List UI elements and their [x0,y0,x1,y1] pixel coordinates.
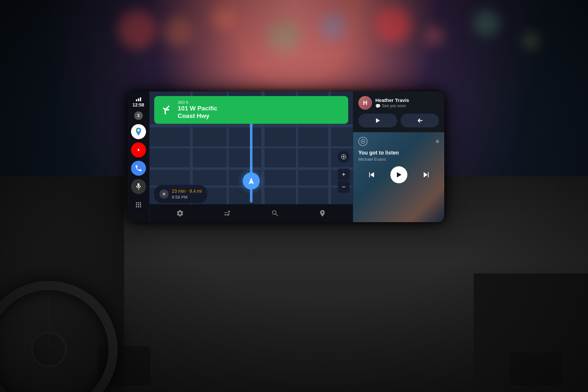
music-panel: You got to listen Michael Evans [353,132,444,222]
navigation-card: 350 ft 101 W Pacific Coast Hwy [154,96,348,124]
svg-point-3 [140,202,141,204]
recenter-button[interactable] [338,151,350,163]
turn-arrow-icon [159,103,174,117]
map-zoom-controls: + − [338,169,350,193]
route-options-button[interactable] [221,207,234,220]
main-screen: 12:58 3 [127,91,444,222]
contact-avatar: H [358,96,372,110]
signal-bar-2 [138,98,139,101]
svg-rect-0 [138,183,139,187]
trip-summary: ✕ 23 min · 9.4 mi 6:58 PM [154,185,207,203]
music-content: You got to listen Michael Evans [358,137,439,183]
svg-point-9 [140,206,141,207]
message-app-badge: 💬 See you soon [375,104,406,108]
current-position-arrow [243,172,260,189]
bokeh-2 [163,16,193,46]
bokeh-9 [523,33,539,49]
settings-icon [176,209,184,217]
reply-button[interactable] [358,114,397,127]
skip-next-icon [422,171,431,179]
music-top-bar [358,137,439,146]
trip-details: 23 min · 9.4 mi 6:58 PM [172,188,202,200]
contact-name: Heather Travis [375,97,439,103]
svg-point-6 [140,204,141,205]
steering-wheel-area [0,176,124,392]
svg-point-4 [136,204,137,205]
location-target-icon [340,154,347,160]
bokeh-5 [320,13,346,39]
time-display: 12:58 [133,102,144,107]
play-icon [374,117,381,124]
vinyl-icon [360,139,366,144]
music-app-icon [358,137,368,146]
navigation-info: 350 ft 101 W Pacific Coast Hwy [178,100,343,120]
play-pause-button[interactable] [390,166,407,183]
music-status-dot [436,140,439,143]
sidebar-item-mic[interactable] [131,179,146,194]
svg-point-5 [138,204,139,205]
sidebar-item-maps[interactable] [131,124,146,139]
artist-name: Michael Evans [358,157,439,162]
svg-marker-12 [376,118,380,123]
nav-street: 101 W Pacific Coast Hwy [178,105,343,120]
navigation-arrow-icon [247,176,256,186]
dismiss-button[interactable] [400,114,439,127]
location-pin-icon [318,209,326,217]
svg-point-1 [136,202,137,204]
svg-marker-15 [369,172,370,177]
map-area[interactable]: 350 ft 101 W Pacific Coast Hwy ✕ 23 min … [150,91,353,222]
status-bar: 12:58 [133,95,144,111]
right-speaker [510,353,562,385]
signal-bar-1 [136,99,137,101]
sidebar-item-apps[interactable] [131,197,146,212]
bokeh-8 [474,10,500,36]
bokeh-1 [118,10,157,49]
sidebar-item-phone[interactable] [131,161,146,176]
message-panel: H Heather Travis 💬 See you soon [353,91,444,132]
bokeh-3 [212,7,235,29]
song-title: You got to listen [358,150,439,156]
signal-icon [136,97,141,101]
bokeh-6 [376,7,412,42]
close-route-button[interactable]: ✕ [159,189,169,199]
notification-badge[interactable]: 3 [134,111,143,120]
left-turn-icon [160,103,173,116]
right-panels: H Heather Travis 💬 See you soon [353,91,444,222]
skip-previous-icon [367,171,376,179]
sidebar-item-youtube[interactable] [131,142,146,157]
svg-point-2 [138,202,139,204]
right-dashboard [474,273,588,392]
phone-icon [135,164,142,172]
svg-marker-16 [370,172,374,177]
bokeh-4 [268,20,301,52]
mic-icon [135,183,142,190]
youtube-icon [135,146,142,154]
svg-point-10 [343,156,345,158]
message-actions [358,114,439,127]
signal-bar-3 [140,97,141,101]
play-pause-icon [395,171,403,179]
trip-arrival: 6:58 PM [172,195,188,200]
map-toolbar [150,204,353,222]
steering-wheel [0,281,118,392]
search-button[interactable] [269,207,281,220]
bokeh-7 [425,26,444,46]
contact-info: Heather Travis 💬 See you soon [375,97,439,109]
zoom-in-button[interactable]: + [338,169,350,180]
zoom-out-button[interactable]: − [338,181,350,193]
nav-distance: 350 ft [178,100,343,105]
svg-marker-17 [397,172,401,177]
maps-icon [134,127,143,136]
svg-marker-18 [428,172,429,177]
apps-grid-icon [135,201,142,209]
search-icon [271,209,279,217]
route-icon [223,209,231,217]
settings-button[interactable] [174,207,186,220]
previous-track-button[interactable] [365,168,378,182]
music-controls [358,166,439,183]
contact-header: H Heather Travis 💬 See you soon [358,96,439,110]
next-track-button[interactable] [419,168,433,182]
messages-icon: 💬 [375,104,381,108]
location-pin-button[interactable] [316,207,329,220]
message-text: See you soon [382,104,406,108]
